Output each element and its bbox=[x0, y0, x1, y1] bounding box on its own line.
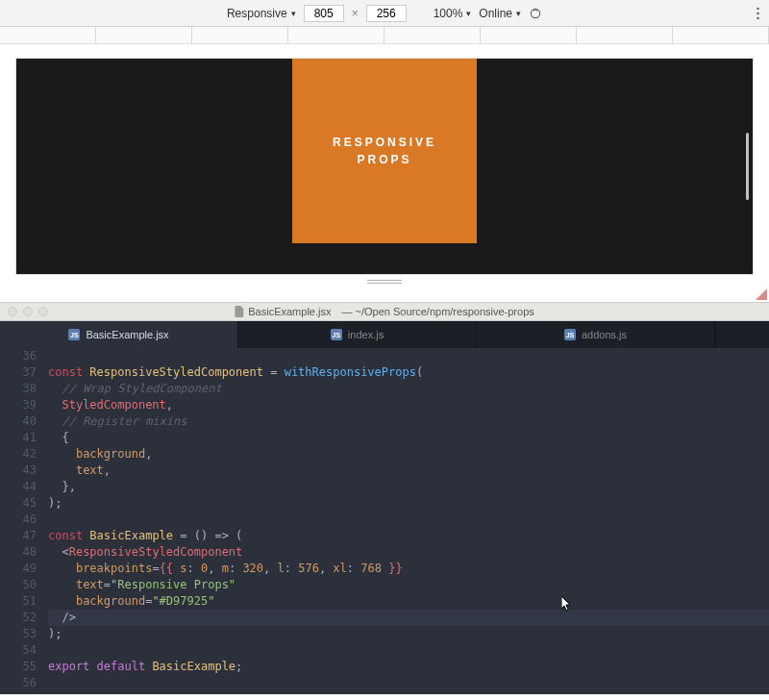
resize-corner-icon[interactable] bbox=[756, 288, 767, 300]
file-icon bbox=[235, 306, 244, 317]
scrollbar-thumb[interactable] bbox=[746, 133, 749, 200]
traffic-lights[interactable] bbox=[8, 307, 48, 316]
preview-text: RESPONSIVEPROPS bbox=[333, 134, 436, 168]
preview-component: RESPONSIVEPROPS bbox=[292, 59, 477, 243]
network-dropdown[interactable]: Online bbox=[479, 7, 521, 20]
maximize-icon[interactable] bbox=[38, 307, 48, 316]
viewport-width-input[interactable] bbox=[304, 5, 344, 22]
js-icon: JS bbox=[564, 329, 576, 340]
svg-point-0 bbox=[531, 9, 539, 17]
minimize-icon[interactable] bbox=[23, 307, 33, 316]
preview-viewport[interactable]: RESPONSIVEPROPS bbox=[15, 58, 754, 275]
viewport-height-input[interactable] bbox=[366, 5, 407, 22]
preview-pane: RESPONSIVEPROPS bbox=[0, 44, 769, 302]
devtools-toolbar: Responsive × 100% Online bbox=[0, 0, 769, 27]
breakpoint-ruler bbox=[0, 27, 769, 44]
editor-titlebar: BasicExample.jsx — ~/Open Source/npm/res… bbox=[0, 302, 769, 321]
jsx-icon: JS bbox=[68, 329, 80, 340]
resize-handle[interactable] bbox=[15, 275, 754, 288]
tab-basicexample[interactable]: JSBasicExample.jsx bbox=[0, 321, 238, 348]
code-editor[interactable]: 3637383940414243444546474849505152535455… bbox=[0, 348, 769, 694]
editor-window: BasicExample.jsx — ~/Open Source/npm/res… bbox=[0, 302, 769, 694]
zoom-dropdown[interactable]: 100% bbox=[434, 7, 472, 20]
svg-point-3 bbox=[757, 17, 759, 20]
code-body[interactable]: const ResponsiveStyledComponent = withRe… bbox=[48, 348, 769, 694]
tab-index[interactable]: JSindex.js bbox=[238, 321, 477, 348]
js-icon: JS bbox=[331, 329, 342, 340]
editor-tabs: JSBasicExample.jsx JSindex.js JSaddons.j… bbox=[0, 321, 769, 348]
rotate-icon[interactable] bbox=[529, 7, 542, 20]
tab-overflow bbox=[715, 321, 769, 348]
svg-point-1 bbox=[757, 8, 759, 11]
window-title: BasicExample.jsx — ~/Open Source/npm/res… bbox=[235, 306, 534, 317]
line-gutter: 3637383940414243444546474849505152535455… bbox=[0, 348, 48, 694]
svg-point-2 bbox=[757, 12, 759, 15]
dimension-separator: × bbox=[352, 7, 359, 20]
tab-addons[interactable]: JSaddons.js bbox=[477, 321, 715, 348]
more-options-icon[interactable] bbox=[757, 7, 759, 20]
close-icon[interactable] bbox=[8, 307, 17, 316]
device-mode-dropdown[interactable]: Responsive bbox=[227, 7, 296, 20]
